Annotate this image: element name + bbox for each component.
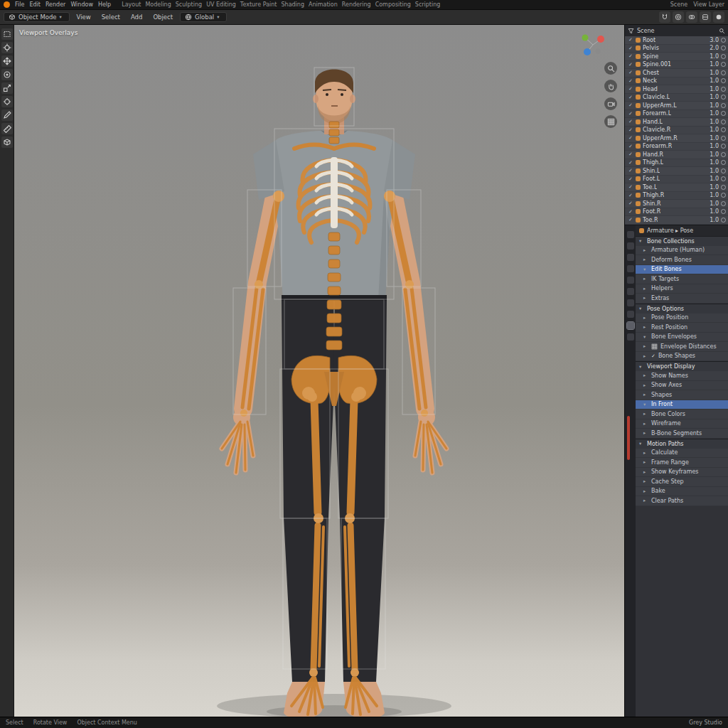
workspace-tab-rendering[interactable]: Rendering [342, 1, 371, 8]
measure-icon[interactable] [1, 123, 13, 134]
outliner-row-foot-l[interactable]: ✓Foot.L1.0 [625, 176, 728, 184]
menu-edit[interactable]: Edit [29, 1, 41, 8]
workspace-tab-compositing[interactable]: Compositing [375, 1, 411, 8]
property-row-clear-paths[interactable]: ▸Clear Paths [636, 496, 728, 506]
visibility-toggle-icon[interactable] [721, 144, 726, 149]
property-row-shapes[interactable]: ▸Shapes [636, 390, 728, 400]
properties-tab-modifiers[interactable] [627, 311, 634, 318]
viewport-menu-add[interactable]: Add [128, 13, 145, 21]
property-row-bone-envelopes[interactable]: ▾Bone Envelopes [636, 333, 728, 343]
property-row-show-keyframes[interactable]: ▸Show Keyframes [636, 468, 728, 478]
visibility-toggle-icon[interactable] [721, 152, 726, 157]
visibility-toggle-icon[interactable] [721, 70, 726, 75]
property-row-helpers[interactable]: ▸Helpers [636, 284, 728, 294]
zoom-icon[interactable] [604, 62, 617, 75]
outliner-row-clavicle-r[interactable]: ✓Clavicle.R1.0 [625, 127, 728, 135]
overlays-icon[interactable] [686, 11, 697, 23]
outliner-row-toe-l[interactable]: ✓Toe.L1.0 [625, 183, 728, 192]
outliner-row-head[interactable]: ✓Head1.0 [625, 85, 728, 94]
workspace-tab-animation[interactable]: Animation [309, 1, 338, 8]
search-icon[interactable] [719, 28, 725, 34]
menu-help[interactable]: Help [98, 1, 111, 8]
workspace-tab-modeling[interactable]: Modeling [145, 1, 171, 8]
workspace-tab-texture-paint[interactable]: Texture Paint [240, 1, 277, 8]
visibility-toggle-icon[interactable] [721, 103, 726, 108]
property-row-show-axes[interactable]: ▸Show Axes [636, 381, 728, 391]
orientation-dropdown[interactable]: Global ▾ [180, 12, 227, 22]
property-row-deform-bones[interactable]: ▸Deform Bones [636, 255, 728, 265]
hand-icon[interactable] [604, 80, 617, 92]
outliner-row-thigh-l[interactable]: ✓Thigh.L1.0 [625, 159, 728, 168]
select-box-icon[interactable] [1, 28, 13, 40]
add-cube-icon[interactable] [1, 136, 13, 148]
outliner-row-foot-r[interactable]: ✓Foot.R1.0 [625, 208, 728, 217]
xray-icon[interactable] [700, 11, 711, 23]
outliner-row-pelvis[interactable]: ✓Pelvis2.0 [625, 45, 728, 53]
property-row-calculate[interactable]: ▸Calculate [636, 449, 728, 459]
proportional-icon[interactable] [673, 11, 684, 23]
menu-render[interactable]: Render [46, 1, 65, 8]
property-row-bone-shapes[interactable]: ▸✓Bone Shapes [636, 352, 728, 362]
outliner-row-shin-r[interactable]: ✓Shin.R1.0 [625, 200, 728, 208]
visibility-toggle-icon[interactable] [721, 160, 726, 165]
visibility-toggle-icon[interactable] [721, 201, 726, 206]
visibility-toggle-icon[interactable] [721, 193, 726, 198]
outliner-row-chest[interactable]: ✓Chest1.0 [625, 69, 728, 77]
outliner-row-shin-l[interactable]: ✓Shin.L1.0 [625, 167, 728, 176]
visibility-toggle-icon[interactable] [721, 38, 726, 43]
workspace-tab-uv-editing[interactable]: UV Editing [206, 1, 236, 8]
properties-tab-object[interactable] [627, 299, 634, 306]
workspace-tab-shading[interactable]: Shading [281, 1, 304, 8]
navigation-gizmo[interactable] [579, 31, 607, 59]
annotate-icon[interactable] [1, 109, 13, 121]
section-header-motion-paths[interactable]: ▾Motion Paths [636, 439, 728, 449]
property-row-extras[interactable]: ▸Extras [636, 294, 728, 304]
cursor-icon[interactable] [1, 42, 13, 53]
viewport-menu-object[interactable]: Object [150, 13, 176, 21]
visibility-toggle-icon[interactable] [721, 168, 726, 173]
visibility-toggle-icon[interactable] [721, 119, 726, 124]
outliner-row-upperarm-l[interactable]: ✓UpperArm.L1.0 [625, 102, 728, 110]
mode-dropdown[interactable]: Object Mode ▾ [4, 12, 70, 22]
visibility-toggle-icon[interactable] [721, 127, 726, 132]
properties-tab-output[interactable] [627, 254, 634, 261]
outliner-row-upperarm-r[interactable]: ✓UpperArm.R1.0 [625, 134, 728, 143]
properties-tab-scene[interactable] [627, 277, 634, 284]
menu-file[interactable]: File [15, 1, 24, 8]
visibility-toggle-icon[interactable] [721, 87, 726, 92]
outliner-row-toe-r[interactable]: ✓Toe.R1.0 [625, 216, 728, 225]
viewport-menu-view[interactable]: View [74, 13, 94, 21]
outliner-row-clavicle-l[interactable]: ✓Clavicle.L1.0 [625, 94, 728, 102]
magnet-icon[interactable] [659, 11, 670, 23]
visibility-toggle-icon[interactable] [721, 209, 726, 214]
property-row-wireframe[interactable]: ▸Wireframe [636, 419, 728, 429]
properties-tab-data[interactable] [627, 322, 634, 329]
property-row-pose-position[interactable]: ▸Pose Position [636, 314, 728, 323]
menu-window[interactable]: Window [70, 1, 93, 8]
visibility-toggle-icon[interactable] [721, 46, 726, 50]
filter-icon[interactable] [628, 28, 634, 34]
outliner-row-root[interactable]: ✓Root3.0 [625, 36, 728, 45]
properties-tab-world[interactable] [627, 288, 634, 295]
visibility-toggle-icon[interactable] [721, 111, 726, 116]
property-row-envelope-distances[interactable]: ▸Envelope Distances [636, 342, 728, 352]
visibility-toggle-icon[interactable] [721, 54, 726, 59]
visibility-toggle-icon[interactable] [721, 62, 726, 67]
property-row-armature-human-[interactable]: ▸Armature (Human) [636, 246, 728, 256]
visibility-toggle-icon[interactable] [721, 218, 726, 223]
property-row-show-names[interactable]: ▸Show Names [636, 371, 728, 381]
property-row-in-front[interactable]: ▾In Front [636, 400, 728, 410]
visibility-toggle-icon[interactable] [721, 136, 726, 141]
scene-selector[interactable]: Scene [670, 1, 687, 8]
workspace-tab-layout[interactable]: Layout [122, 1, 141, 8]
property-row-edit-bones[interactable]: ▾Edit Bones [636, 265, 728, 275]
workspace-tab-sculpting[interactable]: Sculpting [176, 1, 202, 8]
viewport-menu-select[interactable]: Select [99, 13, 123, 21]
outliner-row-forearm-l[interactable]: ✓Forearm.L1.0 [625, 110, 728, 119]
rotate-icon[interactable] [1, 69, 13, 80]
visibility-toggle-icon[interactable] [721, 78, 726, 83]
outliner-row-neck[interactable]: ✓Neck1.0 [625, 77, 728, 86]
outliner-row-spine-001[interactable]: ✓Spine.0011.0 [625, 61, 728, 70]
properties-tab-bone[interactable] [627, 333, 634, 341]
property-row-frame-range[interactable]: ▸Frame Range [636, 458, 728, 468]
